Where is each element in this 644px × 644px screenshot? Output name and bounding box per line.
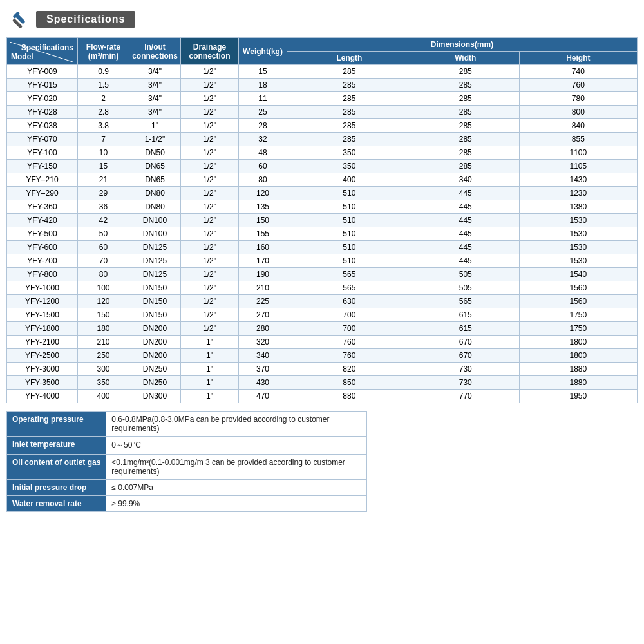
cell-length: 285 [287,133,412,146]
cell-drainage: 1" [181,376,239,390]
page-wrapper: Specifications Specifications Model Flow… [0,0,644,518]
cell-weight: 430 [239,376,287,390]
cell-drainage: 1/2" [181,146,239,160]
cell-width: 670 [412,349,519,363]
cell-weight: 11 [239,92,287,106]
cell-width: 285 [412,79,519,92]
cell-flow: 300 [78,363,129,376]
cell-width: 670 [412,336,519,349]
table-row: YFY-60060DN1251/2"1605104451530 [7,241,638,254]
table-row: YFY-2500250DN2001"3407606701800 [7,349,638,363]
cell-inout: 1-1/2" [129,133,181,146]
cell-weight: 370 [239,363,287,376]
cell-model: YFY-2500 [7,349,78,363]
cell-width: 445 [412,254,519,268]
cell-flow: 350 [78,376,129,390]
cell-flow: 100 [78,281,129,295]
model-label: Model [11,52,33,61]
cell-width: 285 [412,92,519,106]
cell-width: 445 [412,241,519,254]
cell-height: 760 [519,79,637,92]
cell-inout: DN65 [129,173,181,187]
table-row: YFY-0282.83/4"1/2"25285285800 [7,106,638,119]
cell-length: 510 [287,200,412,214]
cell-drainage: 1" [181,390,239,403]
cell-height: 1560 [519,295,637,308]
cell-flow: 180 [78,322,129,336]
cell-width: 285 [412,146,519,160]
cell-flow: 36 [78,200,129,214]
cell-height: 1880 [519,376,637,390]
cell-weight: 135 [239,200,287,214]
cell-length: 565 [287,281,412,295]
cell-height: 840 [519,119,637,133]
cell-length: 510 [287,214,412,227]
cell-weight: 150 [239,214,287,227]
cell-drainage: 1/2" [181,160,239,173]
cell-model: YFY-1500 [7,308,78,322]
cell-model: YFY-420 [7,214,78,227]
cell-length: 510 [287,241,412,254]
cell-inout: DN125 [129,241,181,254]
table-row: YFY-10010DN501/2"483502851100 [7,146,638,160]
cell-inout: DN150 [129,295,181,308]
cell-model: YFY-800 [7,268,78,281]
cell-height: 1750 [519,308,637,322]
table-header-row-1: Specifications Model Flow-rate (m³/min) … [7,38,638,52]
cell-weight: 280 [239,322,287,336]
info-label-cell: Inlet temperature [7,437,106,455]
cell-height: 855 [519,133,637,146]
cell-height: 1800 [519,349,637,363]
info-row: Inlet temperature0～50°C [7,437,367,455]
cell-height: 1950 [519,390,637,403]
th-width: Width [412,52,519,65]
cell-drainage: 1/2" [181,308,239,322]
cell-inout: DN50 [129,146,181,160]
info-row: Water removal rate≥ 99.9% [7,496,367,512]
table-row: YFY-0151.53/4"1/2"18285285760 [7,79,638,92]
table-row: YFY-0090.93/4"1/2"15285285740 [7,65,638,79]
cell-drainage: 1/2" [181,322,239,336]
cell-model: YFY-3500 [7,376,78,390]
cell-flow: 120 [78,295,129,308]
cell-model: YFY-2100 [7,336,78,349]
cell-weight: 470 [239,390,287,403]
cell-flow: 80 [78,268,129,281]
cell-model: YFY-038 [7,119,78,133]
cell-flow: 15 [78,160,129,173]
cell-flow: 2.8 [78,106,129,119]
table-row: YFY-42042DN1001/2"1505104451530 [7,214,638,227]
cell-drainage: 1/2" [181,187,239,200]
th-drainage: Drainage connection [181,38,239,65]
cell-length: 760 [287,349,412,363]
cell-flow: 60 [78,241,129,254]
cell-flow: 210 [78,336,129,349]
cell-weight: 155 [239,227,287,241]
th-length: Length [287,52,412,65]
cell-weight: 80 [239,173,287,187]
cell-weight: 28 [239,119,287,133]
header: Specifications [6,6,638,32]
cell-inout: 3/4" [129,79,181,92]
cell-flow: 1.5 [78,79,129,92]
cell-model: YFY-3000 [7,363,78,376]
table-row: YFY-3000300DN2501"3708207301880 [7,363,638,376]
cell-height: 1380 [519,200,637,214]
cell-inout: DN200 [129,349,181,363]
table-row: YFY-1500150DN1501/2"2707006151750 [7,308,638,322]
cell-inout: DN100 [129,227,181,241]
cell-inout: DN125 [129,254,181,268]
table-row: YFY-4000400DN3001"4708807701950 [7,390,638,403]
cell-drainage: 1/2" [181,65,239,79]
table-row: YFY-0383.81"1/2"28285285840 [7,119,638,133]
cell-length: 350 [287,146,412,160]
cell-height: 1100 [519,146,637,160]
info-value-cell: <0.1mg/m³(0.1-0.001mg/m 3 can be provide… [106,455,367,480]
cell-weight: 60 [239,160,287,173]
cell-height: 740 [519,65,637,79]
cell-flow: 50 [78,227,129,241]
cell-weight: 32 [239,133,287,146]
info-value-cell: 0～50°C [106,437,367,455]
cell-drainage: 1/2" [181,227,239,241]
cell-inout: DN125 [129,268,181,281]
